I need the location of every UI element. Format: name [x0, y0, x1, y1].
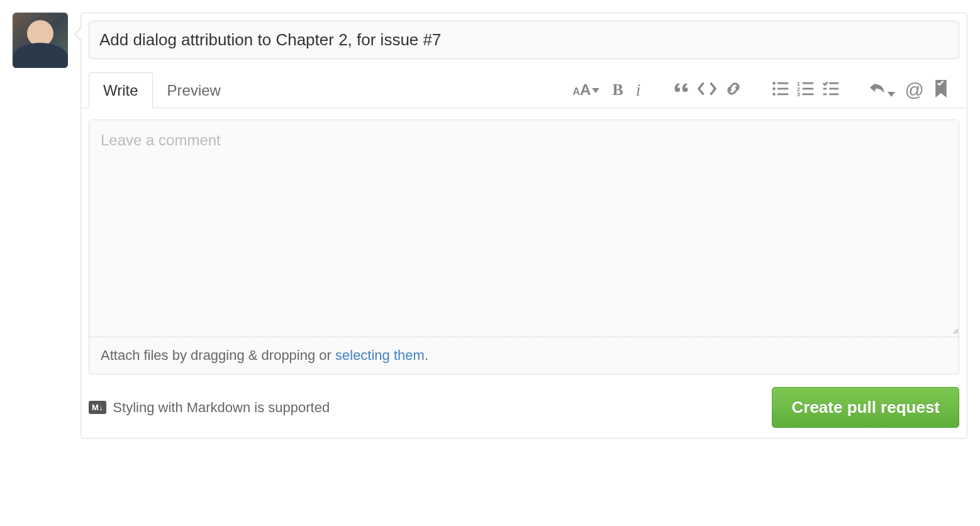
- tab-write[interactable]: Write: [89, 72, 153, 108]
- task-list-icon[interactable]: [822, 80, 840, 100]
- create-pull-request-button[interactable]: Create pull request: [772, 387, 959, 428]
- attach-bar[interactable]: Attach files by dragging & dropping or s…: [89, 337, 959, 374]
- formatting-toolbar: AA B i: [559, 79, 960, 101]
- form-footer: M↓ Styling with Markdown is supported Cr…: [81, 374, 967, 438]
- attach-select-link[interactable]: selecting them: [335, 347, 425, 363]
- comment-form: Write Preview AA B i: [81, 13, 967, 439]
- quote-icon[interactable]: [672, 80, 690, 100]
- comment-editor-wrap: Attach files by dragging & dropping or s…: [89, 120, 959, 374]
- bookmark-icon[interactable]: [934, 80, 948, 100]
- bold-button[interactable]: B: [610, 81, 625, 99]
- ordered-list-icon[interactable]: 123: [797, 80, 815, 100]
- editor-tab-row: Write Preview AA B i: [81, 72, 967, 108]
- unordered-list-icon[interactable]: [772, 80, 789, 100]
- reply-icon[interactable]: [869, 80, 895, 100]
- title-input[interactable]: [89, 21, 959, 59]
- svg-rect-7: [802, 82, 813, 84]
- svg-point-2: [772, 87, 776, 90]
- attach-prefix: Attach files by dragging & dropping or: [101, 347, 335, 363]
- svg-rect-14: [829, 87, 838, 89]
- svg-text:3: 3: [797, 91, 800, 98]
- tab-preview[interactable]: Preview: [153, 72, 235, 108]
- svg-rect-16: [829, 93, 838, 95]
- avatar[interactable]: [13, 13, 68, 68]
- markdown-icon: M↓: [89, 401, 106, 414]
- svg-point-0: [772, 81, 776, 84]
- link-icon[interactable]: [724, 79, 743, 101]
- text-size-button[interactable]: AA: [571, 80, 603, 99]
- editor-tabs: Write Preview: [89, 72, 235, 108]
- attach-suffix: .: [425, 347, 428, 363]
- comment-textarea[interactable]: [89, 120, 959, 334]
- svg-point-4: [772, 92, 776, 96]
- code-icon[interactable]: [698, 79, 716, 101]
- svg-rect-9: [802, 87, 813, 89]
- svg-rect-12: [829, 82, 838, 84]
- markdown-help-text: Styling with Markdown is supported: [113, 400, 330, 416]
- svg-rect-3: [777, 87, 788, 89]
- italic-button[interactable]: i: [633, 80, 643, 100]
- markdown-help[interactable]: M↓ Styling with Markdown is supported: [89, 400, 330, 416]
- svg-rect-13: [823, 87, 826, 89]
- svg-rect-1: [777, 82, 788, 84]
- mention-icon[interactable]: @: [903, 79, 927, 101]
- svg-rect-11: [802, 93, 813, 95]
- svg-rect-5: [777, 93, 788, 95]
- svg-rect-15: [823, 93, 826, 95]
